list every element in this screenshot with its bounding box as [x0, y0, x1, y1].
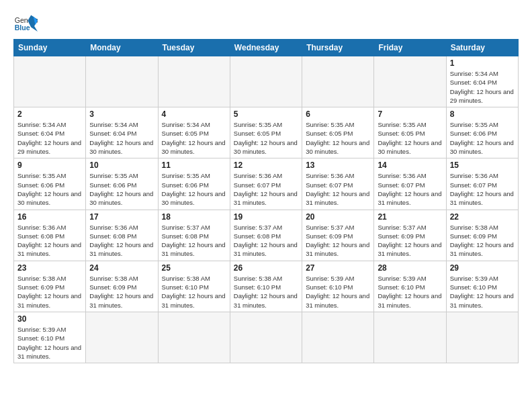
- week-row-3: 9Sunrise: 5:35 AM Sunset: 6:06 PM Daylig…: [14, 158, 519, 210]
- day-number: 8: [450, 109, 515, 119]
- day-number: 15: [450, 161, 515, 170]
- calendar-cell: 3Sunrise: 5:34 AM Sunset: 6:04 PM Daylig…: [86, 107, 158, 158]
- day-number: 2: [17, 109, 82, 119]
- day-number: 26: [234, 263, 298, 273]
- day-number: 18: [162, 212, 226, 222]
- week-row-1: 1Sunrise: 5:34 AM Sunset: 6:04 PM Daylig…: [14, 56, 519, 107]
- day-info: Sunrise: 5:37 AM Sunset: 6:09 PM Dayligh…: [306, 223, 370, 259]
- day-info: Sunrise: 5:38 AM Sunset: 6:10 PM Dayligh…: [162, 274, 226, 310]
- day-header-sunday: Sunday: [14, 40, 86, 56]
- day-info: Sunrise: 5:35 AM Sunset: 6:05 PM Dayligh…: [306, 120, 370, 156]
- day-info: Sunrise: 5:36 AM Sunset: 6:08 PM Dayligh…: [89, 223, 154, 259]
- calendar-cell: 22Sunrise: 5:38 AM Sunset: 6:09 PM Dayli…: [446, 210, 518, 261]
- day-number: 5: [234, 109, 298, 119]
- calendar-cell: [86, 312, 158, 363]
- week-row-2: 2Sunrise: 5:34 AM Sunset: 6:04 PM Daylig…: [14, 107, 519, 158]
- calendar-cell: 13Sunrise: 5:36 AM Sunset: 6:07 PM Dayli…: [302, 158, 374, 210]
- calendar-cell: 19Sunrise: 5:37 AM Sunset: 6:08 PM Dayli…: [230, 210, 302, 261]
- calendar-cell: 18Sunrise: 5:37 AM Sunset: 6:08 PM Dayli…: [158, 210, 230, 261]
- calendar-cell: [86, 56, 158, 107]
- calendar-cell: [230, 312, 302, 363]
- day-number: 28: [378, 263, 442, 273]
- calendar-cell: [158, 312, 230, 363]
- calendar-cell: 28Sunrise: 5:39 AM Sunset: 6:10 PM Dayli…: [374, 261, 446, 312]
- calendar-cell: 17Sunrise: 5:36 AM Sunset: 6:08 PM Dayli…: [86, 210, 158, 261]
- logo-icon: General Blue: [13, 11, 38, 35]
- day-info: Sunrise: 5:35 AM Sunset: 6:05 PM Dayligh…: [234, 120, 298, 156]
- calendar-cell: 25Sunrise: 5:38 AM Sunset: 6:10 PM Dayli…: [158, 261, 230, 312]
- calendar-cell: 5Sunrise: 5:35 AM Sunset: 6:05 PM Daylig…: [230, 107, 302, 158]
- day-number: 9: [17, 161, 82, 170]
- day-header-thursday: Thursday: [302, 40, 374, 56]
- day-info: Sunrise: 5:35 AM Sunset: 6:06 PM Dayligh…: [89, 171, 154, 207]
- calendar-cell: 21Sunrise: 5:37 AM Sunset: 6:09 PM Dayli…: [374, 210, 446, 261]
- calendar-cell: [374, 56, 446, 107]
- calendar-cell: [158, 56, 230, 107]
- calendar-cell: 9Sunrise: 5:35 AM Sunset: 6:06 PM Daylig…: [14, 158, 86, 210]
- calendar-cell: 16Sunrise: 5:36 AM Sunset: 6:08 PM Dayli…: [14, 210, 86, 261]
- header: General Blue: [13, 11, 519, 35]
- calendar-cell: [14, 56, 86, 107]
- day-number: 7: [378, 109, 442, 119]
- day-number: 21: [378, 212, 442, 222]
- day-info: Sunrise: 5:34 AM Sunset: 6:04 PM Dayligh…: [17, 120, 82, 156]
- calendar-cell: 7Sunrise: 5:35 AM Sunset: 6:05 PM Daylig…: [374, 107, 446, 158]
- day-header-tuesday: Tuesday: [158, 40, 230, 56]
- calendar-cell: 8Sunrise: 5:35 AM Sunset: 6:06 PM Daylig…: [446, 107, 518, 158]
- week-row-5: 23Sunrise: 5:38 AM Sunset: 6:09 PM Dayli…: [14, 261, 519, 312]
- day-info: Sunrise: 5:39 AM Sunset: 6:10 PM Dayligh…: [17, 325, 82, 361]
- calendar-cell: 15Sunrise: 5:36 AM Sunset: 6:07 PM Dayli…: [446, 158, 518, 210]
- day-info: Sunrise: 5:34 AM Sunset: 6:05 PM Dayligh…: [162, 120, 226, 156]
- calendar-cell: 10Sunrise: 5:35 AM Sunset: 6:06 PM Dayli…: [86, 158, 158, 210]
- day-info: Sunrise: 5:38 AM Sunset: 6:09 PM Dayligh…: [89, 274, 154, 310]
- day-info: Sunrise: 5:39 AM Sunset: 6:10 PM Dayligh…: [450, 274, 515, 310]
- day-number: 23: [17, 263, 82, 273]
- calendar-table: SundayMondayTuesdayWednesdayThursdayFrid…: [13, 39, 519, 363]
- day-info: Sunrise: 5:35 AM Sunset: 6:06 PM Dayligh…: [450, 120, 515, 156]
- day-info: Sunrise: 5:35 AM Sunset: 6:05 PM Dayligh…: [378, 120, 442, 156]
- day-number: 1: [450, 58, 515, 68]
- week-row-4: 16Sunrise: 5:36 AM Sunset: 6:08 PM Dayli…: [14, 210, 519, 261]
- day-info: Sunrise: 5:36 AM Sunset: 6:07 PM Dayligh…: [306, 171, 370, 207]
- day-number: 29: [450, 263, 515, 273]
- day-info: Sunrise: 5:38 AM Sunset: 6:10 PM Dayligh…: [234, 274, 298, 310]
- calendar-cell: 30Sunrise: 5:39 AM Sunset: 6:10 PM Dayli…: [14, 312, 86, 363]
- day-info: Sunrise: 5:37 AM Sunset: 6:09 PM Dayligh…: [378, 223, 442, 259]
- day-info: Sunrise: 5:39 AM Sunset: 6:10 PM Dayligh…: [306, 274, 370, 310]
- calendar-cell: 11Sunrise: 5:35 AM Sunset: 6:06 PM Dayli…: [158, 158, 230, 210]
- day-number: 10: [89, 161, 154, 170]
- calendar-cell: [374, 312, 446, 363]
- calendar-cell: 27Sunrise: 5:39 AM Sunset: 6:10 PM Dayli…: [302, 261, 374, 312]
- day-number: 6: [306, 109, 370, 119]
- week-row-6: 30Sunrise: 5:39 AM Sunset: 6:10 PM Dayli…: [14, 312, 519, 363]
- calendar-cell: [230, 56, 302, 107]
- svg-text:Blue: Blue: [15, 24, 30, 32]
- calendar-cell: [446, 312, 518, 363]
- day-info: Sunrise: 5:38 AM Sunset: 6:09 PM Dayligh…: [17, 274, 82, 310]
- calendar-cell: 4Sunrise: 5:34 AM Sunset: 6:05 PM Daylig…: [158, 107, 230, 158]
- calendar-cell: 12Sunrise: 5:36 AM Sunset: 6:07 PM Dayli…: [230, 158, 302, 210]
- day-info: Sunrise: 5:35 AM Sunset: 6:06 PM Dayligh…: [17, 171, 82, 207]
- day-number: 27: [306, 263, 370, 273]
- calendar-cell: [302, 56, 374, 107]
- day-number: 25: [162, 263, 226, 273]
- calendar-cell: 24Sunrise: 5:38 AM Sunset: 6:09 PM Dayli…: [86, 261, 158, 312]
- day-info: Sunrise: 5:37 AM Sunset: 6:08 PM Dayligh…: [162, 223, 226, 259]
- day-number: 20: [306, 212, 370, 222]
- calendar-header-row: SundayMondayTuesdayWednesdayThursdayFrid…: [14, 40, 519, 56]
- day-info: Sunrise: 5:36 AM Sunset: 6:08 PM Dayligh…: [17, 223, 82, 259]
- day-header-wednesday: Wednesday: [230, 40, 302, 56]
- day-info: Sunrise: 5:34 AM Sunset: 6:04 PM Dayligh…: [450, 69, 515, 105]
- day-info: Sunrise: 5:34 AM Sunset: 6:04 PM Dayligh…: [89, 120, 154, 156]
- day-header-saturday: Saturday: [446, 40, 518, 56]
- calendar-cell: [302, 312, 374, 363]
- calendar-cell: 23Sunrise: 5:38 AM Sunset: 6:09 PM Dayli…: [14, 261, 86, 312]
- calendar-cell: 20Sunrise: 5:37 AM Sunset: 6:09 PM Dayli…: [302, 210, 374, 261]
- day-info: Sunrise: 5:38 AM Sunset: 6:09 PM Dayligh…: [450, 223, 515, 259]
- day-header-monday: Monday: [86, 40, 158, 56]
- day-number: 16: [17, 212, 82, 222]
- calendar-cell: 14Sunrise: 5:36 AM Sunset: 6:07 PM Dayli…: [374, 158, 446, 210]
- calendar-cell: 6Sunrise: 5:35 AM Sunset: 6:05 PM Daylig…: [302, 107, 374, 158]
- day-number: 4: [162, 109, 226, 119]
- calendar-cell: 1Sunrise: 5:34 AM Sunset: 6:04 PM Daylig…: [446, 56, 518, 107]
